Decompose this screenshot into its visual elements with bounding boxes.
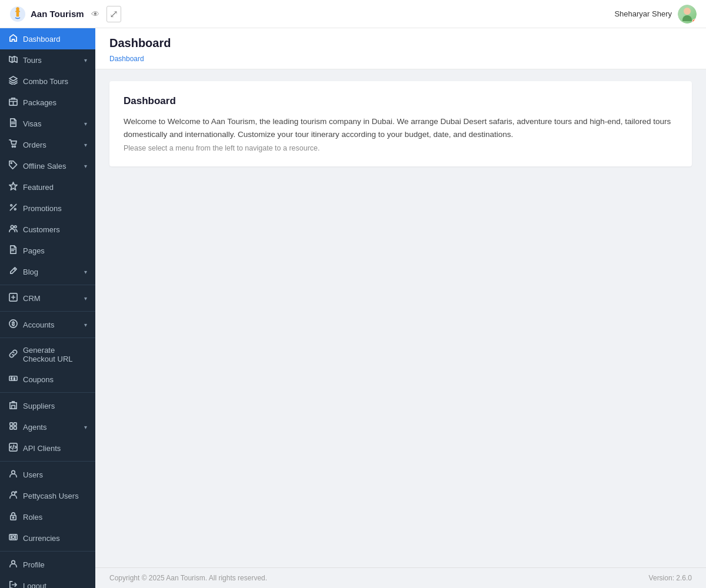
sidebar-label-promotions: Promotions [23, 204, 87, 213]
avatar-head [684, 8, 691, 15]
expand-icon[interactable]: ⤢ [106, 6, 121, 22]
sidebar-label-pettycash-users: Pettycash Users [23, 492, 87, 500]
sidebar-label-agents: Agents [23, 423, 79, 432]
file-text-icon [8, 245, 18, 256]
dollar-icon [8, 319, 18, 330]
sidebar-item-visas[interactable]: Visas ▾ [0, 113, 95, 134]
sidebar-divider-3 [0, 338, 95, 338]
svg-rect-29 [9, 423, 12, 426]
sidebar-item-generate-checkout[interactable]: Generate Checkout URL [0, 340, 95, 369]
sidebar-label-coupons: Coupons [23, 375, 87, 384]
tag-icon [8, 161, 18, 171]
building-icon [8, 400, 18, 411]
top-header: Aan Tourism 👁 ⤢ Sheharyar Shery [0, 0, 706, 28]
sidebar-item-pages[interactable]: Pages [0, 240, 95, 261]
agents-icon [8, 422, 18, 432]
page-title-row: Dashboard [109, 36, 692, 50]
percent-icon [8, 203, 18, 213]
sidebar-item-promotions[interactable]: Promotions [0, 198, 95, 219]
sidebar-item-packages[interactable]: Packages [0, 92, 95, 113]
svg-point-16 [11, 225, 14, 228]
sidebar-divider-5 [0, 461, 95, 462]
sidebar-item-dashboard[interactable]: Dashboard [0, 28, 95, 49]
sidebar-label-generate-checkout: Generate Checkout URL [23, 346, 87, 363]
content-area: Dashboard Dashboard Dashboard Welcome to… [95, 28, 706, 588]
sidebar-item-pettycash-users[interactable]: Pettycash Users [0, 485, 95, 506]
sidebar-item-accounts[interactable]: Accounts ▾ [0, 314, 95, 335]
sidebar-label-currencies: Currencies [23, 534, 87, 543]
svg-point-10 [14, 146, 15, 147]
svg-marker-12 [9, 182, 16, 190]
svg-rect-32 [14, 426, 16, 429]
visibility-icon[interactable]: 👁 [91, 9, 99, 19]
svg-point-13 [10, 205, 12, 206]
chevron-down-icon-accounts: ▾ [84, 322, 87, 328]
file-icon [8, 118, 18, 129]
sidebar-label-blog: Blog [23, 268, 79, 276]
package-icon [8, 97, 18, 108]
svg-line-20 [14, 269, 15, 270]
sidebar-item-suppliers[interactable]: Suppliers [0, 395, 95, 416]
content-footer: Copyright © 2025 Aan Tourism. All rights… [95, 567, 706, 588]
sidebar-item-customers[interactable]: Customers [0, 219, 95, 240]
sidebar-label-pages: Pages [23, 246, 87, 255]
crm-icon [8, 293, 18, 303]
svg-rect-38 [10, 516, 15, 520]
sidebar-item-users[interactable]: Users [0, 464, 95, 485]
sidebar-label-customers: Customers [23, 225, 87, 234]
link-icon [8, 349, 18, 360]
sidebar-item-tours[interactable]: Tours ▾ [0, 49, 95, 71]
sidebar-item-profile[interactable]: Profile [0, 554, 95, 575]
sidebar-label-visas: Visas [23, 119, 79, 128]
app-logo: Aan Tourism [9, 6, 84, 22]
sidebar-label-packages: Packages [23, 98, 87, 107]
api-icon [8, 443, 18, 453]
sidebar-item-currencies[interactable]: Currencies [0, 527, 95, 549]
logo-icon [9, 6, 26, 22]
layers-icon [8, 76, 18, 86]
sidebar-label-orders: Orders [23, 141, 79, 149]
sidebar-label-dashboard: Dashboard [23, 35, 87, 44]
star-icon [8, 182, 18, 192]
coupon-icon [8, 374, 18, 385]
sidebar-item-blog[interactable]: Blog ▾ [0, 261, 95, 282]
breadcrumb-item-dashboard[interactable]: Dashboard [109, 55, 144, 63]
lock-icon [8, 512, 18, 522]
copyright-text: Copyright © 2025 Aan Tourism. All rights… [109, 574, 267, 582]
map-icon [8, 55, 18, 65]
dashboard-welcome-text: Welcome to Welcome to Aan Tourism, the l… [124, 115, 678, 141]
sidebar-label-users: Users [23, 470, 87, 479]
svg-point-41 [12, 536, 15, 539]
svg-point-25 [14, 379, 15, 380]
sidebar-item-orders[interactable]: Orders ▾ [0, 134, 95, 155]
svg-point-9 [12, 146, 13, 147]
avatar [678, 5, 697, 24]
chevron-down-icon-agents: ▾ [84, 424, 87, 430]
sidebar-label-suppliers: Suppliers [23, 402, 87, 410]
logout-icon [8, 580, 18, 588]
sidebar-item-coupons[interactable]: Coupons [0, 369, 95, 390]
sidebar-item-featured[interactable]: Featured [0, 176, 95, 198]
main-layout: Dashboard Tours ▾ Combo Tours Packages [0, 28, 706, 588]
svg-line-15 [10, 204, 16, 210]
sidebar-divider-1 [0, 285, 95, 285]
page-title: Dashboard [109, 36, 171, 50]
sidebar-item-combo-tours[interactable]: Combo Tours [0, 71, 95, 92]
svg-rect-30 [14, 423, 16, 426]
cart-icon [8, 139, 18, 150]
app-title: Aan Tourism [31, 9, 84, 19]
sidebar-item-offline-sales[interactable]: Offline Sales ▾ [0, 155, 95, 176]
users-icon [8, 224, 18, 235]
svg-rect-31 [9, 426, 12, 429]
breadcrumb: Dashboard [109, 55, 692, 69]
dashboard-card: Dashboard Welcome to Welcome to Aan Tour… [109, 81, 692, 166]
sidebar-item-logout[interactable]: Logout [0, 575, 95, 588]
dashboard-card-title: Dashboard [124, 95, 678, 107]
sidebar: Dashboard Tours ▾ Combo Tours Packages [0, 28, 95, 588]
sidebar-item-api-clients[interactable]: API Clients [0, 437, 95, 459]
sidebar-item-roles[interactable]: Roles [0, 506, 95, 527]
sidebar-item-agents[interactable]: Agents ▾ [0, 416, 95, 437]
user-icon [8, 469, 18, 480]
chevron-down-icon-blog: ▾ [84, 269, 87, 275]
sidebar-item-crm[interactable]: CRM ▾ [0, 288, 95, 309]
